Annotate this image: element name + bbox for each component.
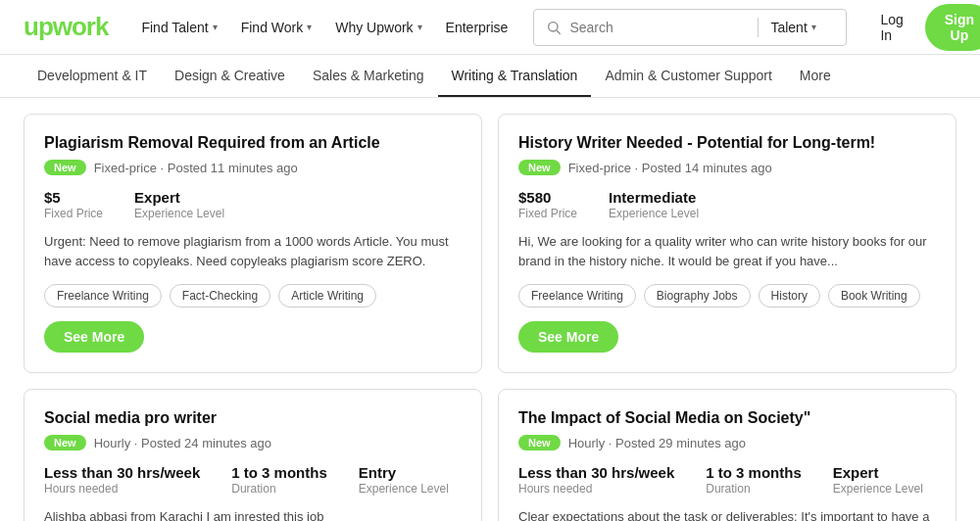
badge-new: New xyxy=(44,435,86,450)
card-meta: New Fixed-price · Posted 11 minutes ago xyxy=(44,160,462,175)
card-tags: Freelance Writing Fact-Checking Article … xyxy=(44,284,462,308)
header-actions: Log In Sign Up xyxy=(870,4,980,51)
card-detail-experience: Entry Experience Level xyxy=(359,464,449,496)
sub-nav-design-creative[interactable]: Design & Creative xyxy=(161,56,299,97)
header: upwork Find Talent ▾ Find Work ▾ Why Upw… xyxy=(0,0,980,55)
tag[interactable]: Article Writing xyxy=(278,284,376,308)
signup-button[interactable]: Sign Up xyxy=(925,4,980,51)
chevron-down-icon: ▾ xyxy=(417,22,422,32)
card-title: Social media pro writer xyxy=(44,409,462,427)
card-detail-price: $580 Fixed Price xyxy=(518,189,577,220)
card-detail-experience: Expert Experience Level xyxy=(134,189,224,220)
search-input[interactable] xyxy=(569,20,746,35)
card-details: $580 Fixed Price Intermediate Experience… xyxy=(518,189,936,220)
badge-new: New xyxy=(44,160,86,175)
card-title: Plagiarism Removal Required from an Arti… xyxy=(44,134,462,152)
detail-value: Entry xyxy=(359,464,449,481)
sub-nav-more[interactable]: More xyxy=(786,56,845,97)
chevron-down-icon: ▾ xyxy=(213,22,218,32)
card-detail-duration: 1 to 3 months Duration xyxy=(706,464,802,496)
badge-new: New xyxy=(518,160,561,175)
talent-dropdown[interactable]: Talent ▾ xyxy=(770,20,815,35)
detail-value: Less than 30 hrs/week xyxy=(518,464,674,481)
tag[interactable]: Book Writing xyxy=(828,284,920,308)
detail-value: $5 xyxy=(44,189,103,206)
card-meta-text: Fixed-price · Posted 14 minutes ago xyxy=(568,161,772,175)
detail-value: 1 to 3 months xyxy=(231,464,327,481)
tag[interactable]: History xyxy=(759,284,820,308)
nav-find-talent[interactable]: Find Talent ▾ xyxy=(131,14,226,41)
tag[interactable]: Fact-Checking xyxy=(170,284,270,308)
card-detail-hours: Less than 30 hrs/week Hours needed xyxy=(518,464,674,496)
detail-label: Duration xyxy=(706,482,802,496)
detail-label: Fixed Price xyxy=(44,207,103,220)
card-meta-text: Fixed-price · Posted 11 minutes ago xyxy=(94,161,298,175)
nav-find-work[interactable]: Find Work ▾ xyxy=(231,14,322,41)
search-bar[interactable]: Talent ▾ xyxy=(533,9,847,46)
card-details: Less than 30 hrs/week Hours needed 1 to … xyxy=(518,464,936,496)
card-detail-price: $5 Fixed Price xyxy=(44,189,103,220)
detail-value: Less than 30 hrs/week xyxy=(44,464,200,481)
card-details: Less than 30 hrs/week Hours needed 1 to … xyxy=(44,464,462,496)
job-card-social-media-writer: Social media pro writer New Hourly · Pos… xyxy=(24,389,482,521)
see-more-button[interactable]: See More xyxy=(518,321,618,353)
svg-point-0 xyxy=(549,22,558,30)
main-nav: Find Talent ▾ Find Work ▾ Why Upwork ▾ E… xyxy=(131,14,517,41)
sub-nav-writing-translation[interactable]: Writing & Translation xyxy=(438,56,592,97)
detail-value: Expert xyxy=(134,189,224,206)
detail-label: Hours needed xyxy=(518,482,674,496)
card-description: Hi, We are looking for a quality writer … xyxy=(518,232,936,270)
detail-label: Experience Level xyxy=(609,207,699,220)
card-details: $5 Fixed Price Expert Experience Level xyxy=(44,189,462,220)
card-meta-text: Hourly · Posted 29 minutes ago xyxy=(568,436,746,450)
tag[interactable]: Freelance Writing xyxy=(44,284,162,308)
card-meta: New Hourly · Posted 29 minutes ago xyxy=(518,435,936,450)
card-detail-experience: Intermediate Experience Level xyxy=(609,189,699,220)
chevron-down-icon: ▾ xyxy=(811,22,816,32)
tag[interactable]: Biography Jobs xyxy=(644,284,751,308)
detail-label: Experience Level xyxy=(833,482,923,496)
cards-grid: Plagiarism Removal Required from an Arti… xyxy=(0,98,980,521)
card-description: Urgent: Need to remove plagiarism from a… xyxy=(44,232,462,270)
card-tags: Freelance Writing Biography Jobs History… xyxy=(518,284,936,308)
detail-value: Intermediate xyxy=(609,189,699,206)
badge-new: New xyxy=(518,435,561,450)
card-title: The Impact of Social Media on Society" xyxy=(518,409,936,427)
detail-value: Expert xyxy=(833,464,923,481)
chevron-down-icon: ▾ xyxy=(307,22,312,32)
detail-label: Hours needed xyxy=(44,482,200,496)
card-title: History Writer Needed - Potential for Lo… xyxy=(518,134,936,152)
sub-nav-development-it[interactable]: Development & IT xyxy=(24,56,161,97)
login-button[interactable]: Log In xyxy=(870,6,912,49)
tag[interactable]: Freelance Writing xyxy=(518,284,636,308)
svg-line-1 xyxy=(557,30,561,34)
detail-label: Duration xyxy=(231,482,327,496)
card-description: Alishba abbasi from Karachi I am inreste… xyxy=(44,507,462,521)
job-card-plagiarism: Plagiarism Removal Required from an Arti… xyxy=(24,114,482,373)
job-card-social-media-society: The Impact of Social Media on Society" N… xyxy=(498,389,956,521)
nav-why-upwork[interactable]: Why Upwork ▾ xyxy=(325,14,431,41)
card-detail-duration: 1 to 3 months Duration xyxy=(231,464,327,496)
search-icon xyxy=(546,20,562,35)
card-detail-hours: Less than 30 hrs/week Hours needed xyxy=(44,464,200,496)
nav-enterprise[interactable]: Enterprise xyxy=(436,14,518,41)
search-divider xyxy=(758,18,759,37)
see-more-button[interactable]: See More xyxy=(44,321,144,353)
sub-nav-sales-marketing[interactable]: Sales & Marketing xyxy=(299,56,438,97)
card-meta-text: Hourly · Posted 24 minutes ago xyxy=(94,436,271,450)
detail-label: Experience Level xyxy=(359,482,449,496)
upwork-logo[interactable]: upwork xyxy=(24,12,108,42)
card-meta: New Hourly · Posted 24 minutes ago xyxy=(44,435,462,450)
detail-value: $580 xyxy=(518,189,577,206)
detail-label: Fixed Price xyxy=(518,207,577,220)
job-card-history-writer: History Writer Needed - Potential for Lo… xyxy=(498,114,956,373)
detail-label: Experience Level xyxy=(134,207,224,220)
card-detail-experience: Expert Experience Level xyxy=(833,464,923,496)
sub-nav-admin-customer-support[interactable]: Admin & Customer Support xyxy=(591,56,785,97)
sub-nav: Development & IT Design & Creative Sales… xyxy=(0,55,980,98)
card-description: Clear expectations about the task or del… xyxy=(518,507,936,521)
detail-value: 1 to 3 months xyxy=(706,464,802,481)
card-meta: New Fixed-price · Posted 14 minutes ago xyxy=(518,160,936,175)
